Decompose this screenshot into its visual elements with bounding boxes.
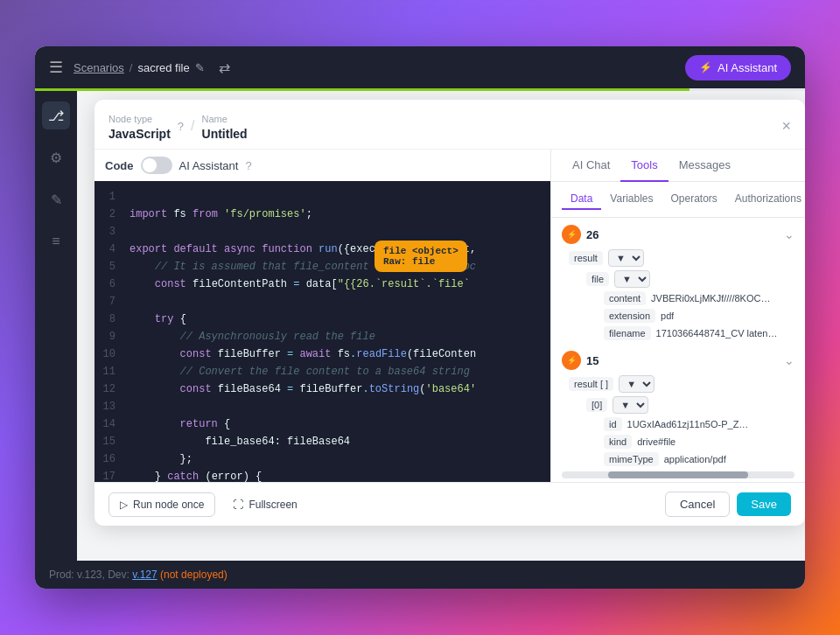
breadcrumb-current: sacred file xyxy=(137,61,189,74)
not-deployed-label: (not deployed) xyxy=(160,569,228,581)
code-label: Code xyxy=(105,159,134,172)
right-pane: AI Chat Tools Messages Data Variables Op… xyxy=(551,150,805,482)
breadcrumb-sep: / xyxy=(130,61,133,74)
code-editor[interactable]: 1234567891011121314151617181920 import f… xyxy=(94,181,550,482)
right-scrollbar[interactable] xyxy=(562,471,794,478)
code-pane: Code AI Assistant ? 12345678910111213141… xyxy=(94,150,551,482)
save-button[interactable]: Save xyxy=(737,492,791,516)
tooltip-line1: file <object> xyxy=(383,246,458,256)
tab-ai-chat[interactable]: AI Chat xyxy=(562,150,620,182)
sub-tab-variables[interactable]: Variables xyxy=(601,189,662,210)
breadcrumb-scenarios[interactable]: Scenarios xyxy=(74,61,124,74)
result-arr-select[interactable]: ▼ xyxy=(619,375,654,393)
result-key: result xyxy=(569,251,603,265)
ai-assistant-label: AI Assistant xyxy=(179,159,239,172)
id-field-row: id 1UGxIAad61zj11n5O-P_ZbXPFNq_2IeDa xyxy=(604,417,794,431)
node-badge-26: ⚡ xyxy=(562,225,581,244)
right-tabs: AI Chat Tools Messages xyxy=(551,150,805,182)
id-key: id xyxy=(604,417,622,431)
modal-header: Node type JavaScript ? / Name Untitled × xyxy=(94,100,805,150)
ai-toggle[interactable] xyxy=(141,157,172,174)
run-label: Run node once xyxy=(133,499,204,511)
dev-version-link[interactable]: v.127 xyxy=(132,569,157,581)
editor-modal: Node type JavaScript ? / Name Untitled × xyxy=(94,100,805,526)
modal-footer: ▷ Run node once ⛶ Fullscreen Cancel Save xyxy=(94,482,805,526)
mimetype-field-row: mimeType application/pdf xyxy=(604,452,794,466)
mimetype-value: application/pdf xyxy=(664,454,726,464)
editor-area: Node type JavaScript ? / Name Untitled × xyxy=(77,91,805,561)
result-arr-field-row: result [ ] ▼ xyxy=(569,375,794,393)
sub-tab-authorizations[interactable]: Authorizations xyxy=(726,189,805,210)
toggle-knob xyxy=(143,158,157,172)
ai-help-icon[interactable]: ? xyxy=(245,159,251,172)
main-content: ⎇ ⚙ ✎ ≡ Node type JavaScript ? / Name xyxy=(35,91,805,561)
kind-field-row: kind drive#file xyxy=(604,435,794,449)
kind-value: drive#file xyxy=(637,436,676,447)
run-once-button[interactable]: ▷ Run node once xyxy=(108,492,215,517)
file-select[interactable]: ▼ xyxy=(614,270,650,288)
share-icon[interactable]: ⇄ xyxy=(219,59,230,76)
result-arr-key: result [ ] xyxy=(569,377,613,391)
run-icon: ▷ xyxy=(120,499,128,511)
fullscreen-button[interactable]: ⛶ Fullscreen xyxy=(222,493,307,516)
extension-key: extension xyxy=(604,309,655,323)
left-sidebar: ⎇ ⚙ ✎ ≡ xyxy=(35,91,77,561)
line-numbers: 1234567891011121314151617181920 xyxy=(94,181,122,482)
dev-label: Dev: xyxy=(108,569,130,581)
sidebar-icon-edit[interactable]: ✎ xyxy=(42,185,70,213)
node-name-value: Untitled xyxy=(202,127,248,141)
code-toolbar: Code AI Assistant ? xyxy=(94,150,550,181)
index0-key: [0] xyxy=(586,398,607,412)
node-id-15: 15 xyxy=(586,354,598,367)
modal-body: Code AI Assistant ? 12345678910111213141… xyxy=(94,150,805,482)
data-node-26-header: ⚡ 26 ⌄ xyxy=(562,225,794,244)
result-field-row: result ▼ xyxy=(569,249,794,267)
sub-tab-operators[interactable]: Operators xyxy=(662,189,726,210)
name-label: Name xyxy=(202,114,228,124)
code-tooltip: file <object> Raw: file xyxy=(374,241,467,272)
tab-tools[interactable]: Tools xyxy=(620,150,668,182)
hamburger-icon[interactable]: ☰ xyxy=(49,58,63,77)
content-field-row: content JVBERi0xLjMKJf////8KOCAwIG9iago8… xyxy=(604,291,794,305)
expand-btn-26[interactable]: ⌄ xyxy=(784,227,794,241)
help-icon[interactable]: ? xyxy=(178,120,184,133)
top-nav: ☰ Scenarios / sacred file ✎ ⇄ AI Assista… xyxy=(35,46,805,88)
fullscreen-icon: ⛶ xyxy=(233,499,243,511)
scrollbar-thumb xyxy=(608,471,748,478)
ai-assistant-button[interactable]: AI Assistant xyxy=(685,55,791,80)
node-type-group: Node type JavaScript xyxy=(108,110,171,142)
filename-value: 1710366448741_CV latenode xyxy=(656,328,779,338)
extension-value: pdf xyxy=(661,311,674,321)
data-node-26: ⚡ 26 ⌄ result ▼ file xyxy=(562,225,794,340)
divider-slash: / xyxy=(191,118,194,134)
node-type-value: JavaScript xyxy=(108,127,171,141)
filename-field-row: filename 1710366448741_CV latenode xyxy=(604,326,794,340)
sidebar-icon-nodes[interactable]: ⎇ xyxy=(42,101,70,129)
content-value: JVBERi0xLjMKJf////8KOCAwIG9iago8PAo... xyxy=(651,293,774,304)
content-key: content xyxy=(604,291,646,305)
name-group: Name Untitled xyxy=(202,110,248,142)
data-node-15-header: ⚡ 15 ⌄ xyxy=(562,351,794,370)
index0-select[interactable]: ▼ xyxy=(612,396,648,414)
node-badge-15: ⚡ xyxy=(562,351,581,370)
modal-close-button[interactable]: × xyxy=(781,117,791,136)
cancel-button[interactable]: Cancel xyxy=(665,492,730,517)
code-content[interactable]: import fs from 'fs/promises'; export def… xyxy=(122,181,550,482)
mimetype-key: mimeType xyxy=(604,452,659,466)
prod-label: Prod: v.123, xyxy=(49,569,105,581)
id-value: 1UGxIAad61zj11n5O-P_ZbXPFNq_2IeDa xyxy=(627,419,750,429)
sidebar-icon-settings[interactable]: ⚙ xyxy=(42,143,70,171)
filename-key: filename xyxy=(604,326,651,340)
status-bar: Prod: v.123, Dev: v.127 (not deployed) xyxy=(35,561,805,589)
sidebar-icon-data[interactable]: ≡ xyxy=(42,227,70,255)
kind-key: kind xyxy=(604,435,632,449)
tab-messages[interactable]: Messages xyxy=(668,150,741,182)
fullscreen-label: Fullscreen xyxy=(248,499,297,511)
node-id-26: 26 xyxy=(586,228,598,241)
sub-tab-data[interactable]: Data xyxy=(562,189,601,210)
expand-btn-15[interactable]: ⌄ xyxy=(784,353,794,367)
data-node-15: ⚡ 15 ⌄ result [ ] ▼ [ xyxy=(562,351,794,468)
edit-icon[interactable]: ✎ xyxy=(195,61,205,74)
node-type-label: Node type xyxy=(108,114,152,124)
result-select[interactable]: ▼ xyxy=(608,249,644,267)
